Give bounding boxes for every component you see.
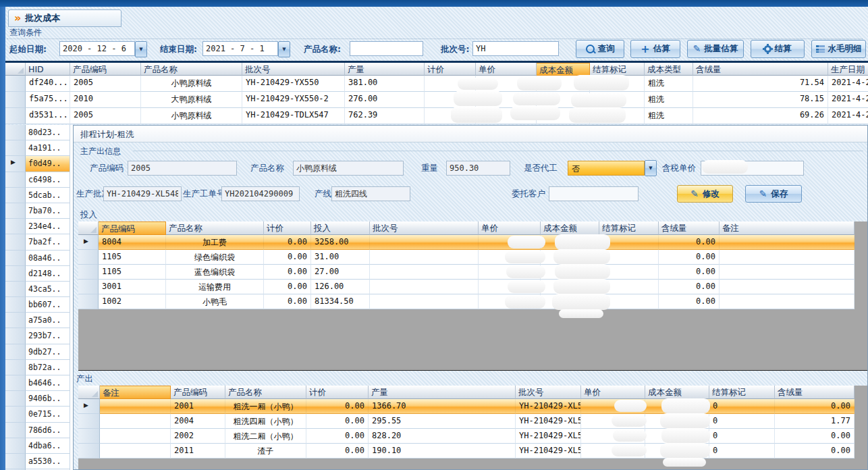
row-selector[interactable] xyxy=(5,234,26,250)
column-header[interactable]: 生产日期 xyxy=(828,63,868,76)
hid-row[interactable]: a5530.. xyxy=(5,454,73,469)
column-header[interactable]: 含绒量 xyxy=(775,386,855,399)
table-row[interactable]: 2002粗洗二厢（小鸭）0.00828.20YH-210429-XL54800.… xyxy=(78,429,855,444)
settle-button[interactable]: 结算 xyxy=(751,40,805,58)
column-header[interactable]: 产量 xyxy=(345,63,425,76)
product-name-input[interactable] xyxy=(350,41,423,56)
column-header[interactable]: 单价 xyxy=(581,386,645,399)
row-selector[interactable] xyxy=(5,454,26,469)
column-header[interactable]: HID xyxy=(26,63,70,76)
hid-row[interactable]: 4a191.. xyxy=(5,140,73,156)
start-date-input[interactable] xyxy=(59,41,135,56)
hid-row[interactable]: 80d23.. xyxy=(5,125,73,140)
hid-row[interactable]: d2148.. xyxy=(5,266,73,282)
table-row[interactable]: 8004加工费0.003258.0010.00 xyxy=(78,235,855,250)
hid-row[interactable]: 08a46.. xyxy=(5,251,73,266)
row-selector[interactable] xyxy=(78,235,99,250)
down-detail-button[interactable]: 水毛明细 xyxy=(811,40,866,58)
row-selector[interactable] xyxy=(5,76,26,92)
column-header[interactable]: 成本金额 xyxy=(645,386,709,399)
row-selector[interactable] xyxy=(5,203,26,219)
hid-row[interactable]: b4646.. xyxy=(5,375,73,391)
work-order-field[interactable] xyxy=(221,186,300,201)
row-selector[interactable] xyxy=(5,140,26,156)
table-row[interactable]: 3001运输费用0.00126.0000.00 xyxy=(78,280,855,294)
column-header[interactable]: 成本类型 xyxy=(645,63,693,76)
tab-batch-cost[interactable]: 批次成本 xyxy=(8,9,121,27)
estimate-button[interactable]: 估算 xyxy=(630,40,680,58)
hid-row[interactable]: 234e4.. xyxy=(5,219,73,234)
row-selector[interactable] xyxy=(5,297,26,313)
is-oem-dropdown-button[interactable] xyxy=(645,160,657,176)
hid-row[interactable]: c6498.. xyxy=(5,172,73,188)
hid-row[interactable]: 8b72a.. xyxy=(5,360,73,375)
row-selector[interactable] xyxy=(78,250,99,265)
save-button[interactable]: 保存 xyxy=(745,185,802,203)
production-line-field[interactable] xyxy=(331,186,410,201)
row-selector[interactable] xyxy=(5,219,26,234)
row-selector[interactable] xyxy=(5,156,26,172)
product-code-field[interactable] xyxy=(128,161,237,176)
column-header[interactable]: 备注 xyxy=(720,221,855,235)
row-selector[interactable] xyxy=(5,125,26,140)
hid-row[interactable]: 4dba6.. xyxy=(5,438,73,454)
table-row[interactable]: 1105蓝色编织袋0.0027.0010.00 xyxy=(78,265,855,280)
table-row[interactable]: df240...2005小鸭原料绒YH-210429-YX550381.00已预… xyxy=(5,76,868,92)
column-header[interactable]: 批次号 xyxy=(370,221,479,235)
client-field[interactable] xyxy=(549,186,639,201)
row-selector[interactable] xyxy=(5,266,26,282)
row-selector[interactable] xyxy=(78,399,100,414)
table-row[interactable]: 2004粗洗四厢（小鸭）0.00295.55YH-210429-XL54801.… xyxy=(78,414,855,429)
column-header[interactable]: 计价 xyxy=(425,63,476,76)
table-row[interactable]: 1002小鸭毛0.0081334.5000.00 xyxy=(78,294,855,309)
end-date-input[interactable] xyxy=(202,41,278,56)
column-header[interactable]: 产量 xyxy=(369,386,516,399)
select-all-corner[interactable] xyxy=(5,63,26,76)
hid-row[interactable]: f0d49.. xyxy=(5,156,73,172)
modify-button[interactable]: 修改 xyxy=(677,185,733,203)
column-header[interactable]: 计价 xyxy=(264,221,311,235)
select-all-corner[interactable] xyxy=(78,386,100,399)
weight-field[interactable] xyxy=(446,161,510,176)
column-header[interactable]: 单价 xyxy=(476,63,537,76)
column-header[interactable]: 产品名称 xyxy=(166,221,264,235)
start-date-calendar-dropdown-button[interactable] xyxy=(135,41,147,57)
product-name-field[interactable] xyxy=(293,161,404,176)
row-selector[interactable] xyxy=(78,414,100,429)
column-header[interactable]: 结算标记 xyxy=(709,386,775,399)
row-selector[interactable] xyxy=(78,429,100,444)
column-header[interactable]: 计价 xyxy=(306,386,369,399)
row-selector[interactable] xyxy=(5,328,26,344)
row-selector[interactable] xyxy=(5,375,26,391)
column-header[interactable]: 含绒量 xyxy=(659,221,720,235)
is-oem-combo[interactable]: 否 xyxy=(568,161,645,176)
column-header[interactable]: 单价 xyxy=(479,221,541,235)
row-selector[interactable] xyxy=(5,251,26,266)
row-selector[interactable] xyxy=(5,92,26,108)
hid-row[interactable]: 293b7.. xyxy=(5,328,73,344)
row-selector[interactable] xyxy=(78,265,99,280)
row-selector[interactable] xyxy=(5,391,26,407)
hid-row[interactable]: 9db27.. xyxy=(5,344,73,360)
column-header[interactable]: 结算标记 xyxy=(590,63,645,76)
column-header[interactable]: 结算标记 xyxy=(599,221,659,235)
row-selector[interactable] xyxy=(5,407,26,422)
row-selector[interactable] xyxy=(5,423,26,438)
batch-estimate-button[interactable]: 批量估算 xyxy=(687,40,744,58)
column-header[interactable]: 产品名称 xyxy=(141,63,242,76)
hid-row[interactable]: 43ca5.. xyxy=(5,282,73,297)
hid-row[interactable]: 0e715.. xyxy=(5,407,73,422)
column-header[interactable]: 批次号 xyxy=(516,386,581,399)
query-button[interactable]: 查询 xyxy=(576,40,624,58)
table-row[interactable]: 2011渣子0.00190.10YH-210429-XL54800.00 xyxy=(78,444,855,459)
production-batch-field[interactable] xyxy=(103,186,182,201)
hid-row[interactable]: a75a0.. xyxy=(5,313,73,328)
row-selector[interactable] xyxy=(78,294,99,309)
table-row[interactable]: 2001粗洗一厢（小鸭）0.001366.70YH-210429-XL54800… xyxy=(78,399,855,414)
column-header[interactable]: 投入 xyxy=(311,221,370,235)
row-selector[interactable] xyxy=(5,313,26,328)
hid-row[interactable]: 9406b.. xyxy=(5,391,73,407)
column-header[interactable]: 备注 xyxy=(100,386,171,399)
row-selector[interactable] xyxy=(78,444,100,459)
row-selector[interactable] xyxy=(5,438,26,454)
